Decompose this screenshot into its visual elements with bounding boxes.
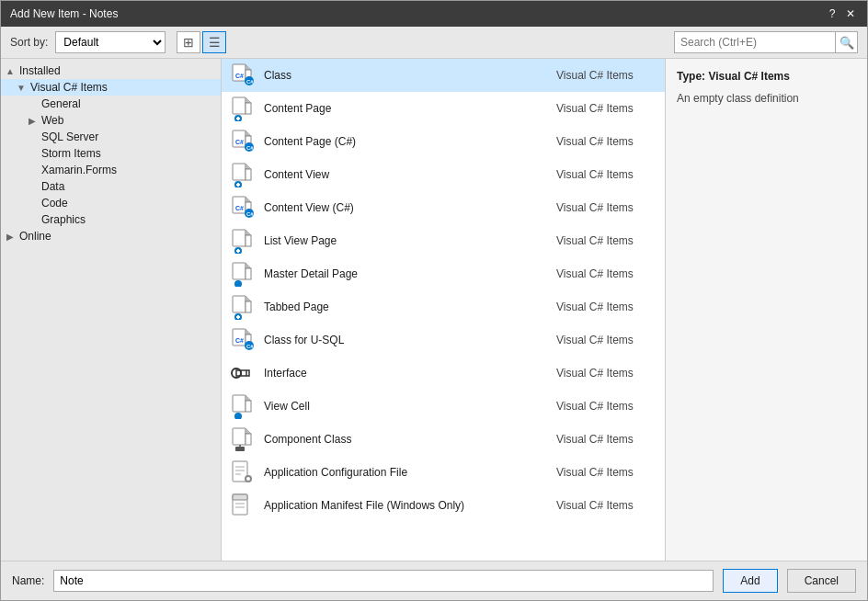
svg-rect-53 bbox=[236, 370, 249, 376]
item-name-list-view-page: List View Page bbox=[264, 234, 547, 247]
svg-text:C#: C# bbox=[246, 145, 254, 151]
sidebar-item-online[interactable]: ▶Online bbox=[1, 228, 221, 244]
sidebar-item-sql-server[interactable]: SQL Server bbox=[1, 129, 221, 145]
item-list: C#C#ClassVisual C# ItemsContent PageVisu… bbox=[222, 59, 665, 561]
search-input[interactable] bbox=[675, 32, 835, 52]
item-icon-component-class bbox=[229, 426, 255, 452]
type-line: Type: Visual C# Items bbox=[677, 70, 856, 83]
item-icon-content-view-cs: C#C# bbox=[229, 195, 255, 221]
svg-point-70 bbox=[246, 477, 250, 481]
item-category-class-u-sql: Visual C# Items bbox=[556, 334, 657, 346]
name-label: Name: bbox=[12, 574, 44, 587]
item-category-view-cell: Visual C# Items bbox=[556, 400, 657, 413]
sidebar-item-xamarin-forms[interactable]: Xamarin.Forms bbox=[1, 162, 221, 178]
item-category-interface: Visual C# Items bbox=[556, 367, 657, 380]
type-description: An empty class definition bbox=[677, 90, 856, 107]
sidebar-item-web[interactable]: ▶Web bbox=[1, 112, 221, 129]
list-item[interactable]: Content ViewVisual C# Items bbox=[222, 158, 665, 191]
svg-rect-58 bbox=[246, 401, 251, 412]
svg-marker-61 bbox=[246, 428, 251, 434]
svg-rect-62 bbox=[246, 434, 251, 445]
list-item[interactable]: InterfaceVisual C# Items bbox=[222, 357, 665, 390]
sidebar-label-web: Web bbox=[41, 114, 63, 127]
list-item[interactable]: List View PageVisual C# Items bbox=[222, 224, 665, 257]
svg-text:C#: C# bbox=[235, 139, 244, 145]
item-name-view-cell: View Cell bbox=[264, 400, 547, 413]
sidebar-label-visual-cs-items: Visual C# Items bbox=[30, 81, 108, 94]
arrow-icon-online: ▶ bbox=[5, 232, 16, 242]
search-icon[interactable]: 🔍 bbox=[835, 32, 857, 52]
sidebar-label-graphics: Graphics bbox=[41, 213, 86, 226]
item-name-content-view-cs: Content View (C#) bbox=[264, 201, 547, 214]
sort-label: Sort by: bbox=[10, 36, 48, 49]
list-item[interactable]: C#C#Class for U-SQLVisual C# Items bbox=[222, 323, 665, 357]
svg-text:C#: C# bbox=[235, 73, 244, 79]
item-name-content-page: Content Page bbox=[264, 102, 547, 115]
search-box: 🔍 bbox=[674, 31, 858, 53]
item-category-content-view-cs: Visual C# Items bbox=[556, 201, 657, 214]
item-icon-class-u-sql: C#C# bbox=[229, 327, 255, 353]
svg-point-59 bbox=[234, 413, 242, 419]
item-category-app-config: Visual C# Items bbox=[556, 466, 657, 479]
svg-text:C#: C# bbox=[235, 205, 244, 211]
item-list-container: C#C#ClassVisual C# ItemsContent PageVisu… bbox=[222, 59, 665, 561]
title-controls: ? ✕ bbox=[825, 6, 858, 21]
dialog: Add New Item - Notes ? ✕ Sort by: Defaul… bbox=[0, 0, 868, 601]
sidebar-label-online: Online bbox=[19, 230, 51, 243]
type-prefix: Type: bbox=[677, 70, 705, 83]
list-item[interactable]: C#C#ClassVisual C# Items bbox=[222, 59, 665, 92]
item-name-content-page-cs: Content Page (C#) bbox=[264, 135, 547, 148]
name-input[interactable] bbox=[53, 570, 714, 592]
svg-rect-60 bbox=[233, 428, 246, 445]
item-icon-content-view bbox=[229, 162, 255, 187]
sidebar-label-installed: Installed bbox=[19, 64, 61, 77]
item-category-content-page: Visual C# Items bbox=[556, 102, 657, 115]
svg-rect-38 bbox=[246, 268, 251, 279]
item-icon-tabbed-page bbox=[229, 294, 255, 320]
sidebar-item-data[interactable]: Data bbox=[1, 178, 221, 195]
grid-view-button[interactable]: ⊞ bbox=[177, 31, 200, 53]
item-category-class: Visual C# Items bbox=[556, 69, 657, 82]
svg-rect-36 bbox=[233, 263, 246, 279]
list-item[interactable]: Application Manifest File (Windows Only)… bbox=[222, 489, 665, 522]
sidebar-label-general: General bbox=[41, 97, 81, 110]
dialog-title: Add New Item - Notes bbox=[10, 7, 118, 20]
sidebar-item-installed[interactable]: ▲Installed bbox=[1, 62, 221, 79]
list-item[interactable]: Master Detail PageVisual C# Items bbox=[222, 257, 665, 290]
svg-marker-1 bbox=[246, 64, 251, 70]
right-panel: Type: Visual C# Items An empty class def… bbox=[665, 59, 867, 561]
list-item[interactable]: Tabbed PageVisual C# Items bbox=[222, 290, 665, 323]
close-button[interactable]: ✕ bbox=[843, 6, 858, 21]
list-view-button[interactable]: ☰ bbox=[202, 31, 226, 53]
item-icon-view-cell bbox=[229, 393, 255, 419]
sidebar-item-storm-items[interactable]: Storm Items bbox=[1, 145, 221, 162]
list-item[interactable]: C#C#Content View (C#)Visual C# Items bbox=[222, 191, 665, 224]
item-icon-master-detail-page bbox=[229, 261, 255, 287]
list-item[interactable]: Component ClassVisual C# Items bbox=[222, 423, 665, 456]
add-button[interactable]: Add bbox=[723, 569, 777, 593]
sidebar-item-visual-cs-items[interactable]: ▼Visual C# Items bbox=[1, 79, 221, 96]
toolbar: Sort by: Default Name Type ⊞ ☰ 🔍 bbox=[1, 27, 867, 59]
svg-marker-37 bbox=[246, 263, 251, 268]
list-item[interactable]: Application Configuration FileVisual C# … bbox=[222, 456, 665, 489]
title-bar: Add New Item - Notes ? ✕ bbox=[1, 1, 867, 27]
sidebar-item-code[interactable]: Code bbox=[1, 195, 221, 211]
svg-rect-63 bbox=[235, 447, 245, 451]
item-name-content-view: Content View bbox=[264, 168, 547, 181]
list-item[interactable]: C#C#Content Page (C#)Visual C# Items bbox=[222, 125, 665, 158]
list-item[interactable]: View CellVisual C# Items bbox=[222, 390, 665, 423]
cancel-button[interactable]: Cancel bbox=[787, 569, 856, 593]
list-item[interactable]: Content PageVisual C# Items bbox=[222, 92, 665, 125]
item-name-app-manifest: Application Manifest File (Windows Only) bbox=[264, 499, 547, 512]
svg-rect-45 bbox=[236, 316, 240, 318]
svg-rect-56 bbox=[233, 395, 246, 412]
sort-select[interactable]: Default Name Type bbox=[55, 31, 166, 53]
svg-rect-18 bbox=[233, 164, 246, 180]
svg-text:C#: C# bbox=[235, 337, 244, 344]
sidebar-item-general[interactable]: General bbox=[1, 96, 221, 112]
svg-text:C#: C# bbox=[246, 344, 254, 349]
help-button[interactable]: ? bbox=[825, 6, 839, 21]
item-icon-interface bbox=[229, 360, 255, 386]
sidebar-item-graphics[interactable]: Graphics bbox=[1, 211, 221, 228]
svg-rect-20 bbox=[246, 169, 251, 180]
